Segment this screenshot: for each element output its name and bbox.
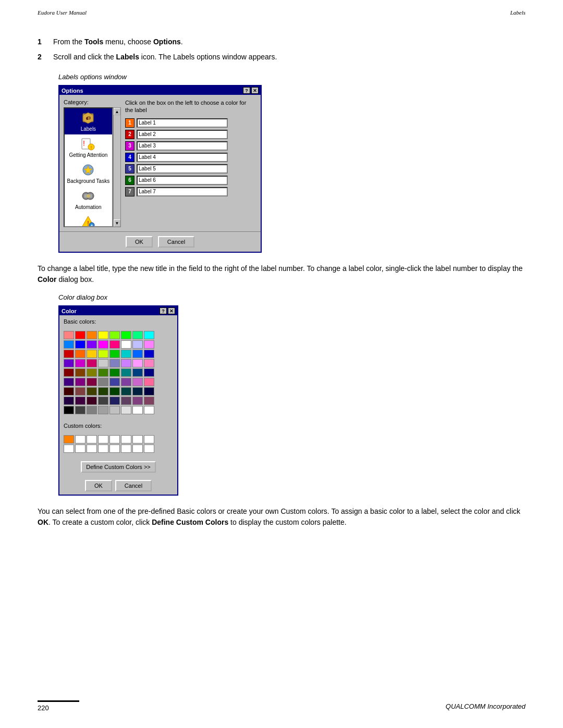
basic-color-51[interactable] [98, 387, 108, 396]
basic-color-56[interactable] [64, 397, 74, 405]
basic-color-41[interactable] [75, 378, 85, 386]
basic-color-0[interactable] [64, 331, 74, 339]
basic-color-42[interactable] [87, 378, 97, 386]
basic-color-48[interactable] [64, 387, 74, 396]
label-1-input[interactable] [137, 118, 228, 128]
custom-color-5[interactable] [121, 435, 131, 443]
basic-color-8[interactable] [64, 340, 74, 349]
basic-color-54[interactable] [132, 387, 143, 396]
basic-color-33[interactable] [75, 368, 85, 377]
basic-color-32[interactable] [64, 368, 74, 377]
basic-color-44[interactable] [109, 378, 120, 386]
color-close-button[interactable]: ✕ [168, 307, 175, 314]
basic-color-40[interactable] [64, 378, 74, 386]
basic-color-53[interactable] [121, 387, 131, 396]
custom-color-2[interactable] [87, 435, 97, 443]
basic-color-28[interactable] [109, 359, 120, 367]
basic-color-19[interactable] [98, 350, 108, 358]
basic-color-71[interactable] [144, 406, 154, 414]
basic-color-64[interactable] [64, 406, 74, 414]
basic-color-6[interactable] [132, 331, 143, 339]
basic-color-70[interactable] [132, 406, 143, 414]
label-3-input[interactable] [137, 141, 228, 151]
basic-color-23[interactable] [144, 350, 154, 358]
basic-color-38[interactable] [132, 368, 143, 377]
scroll-down-btn[interactable]: ▼ [114, 219, 120, 227]
basic-color-15[interactable] [144, 340, 154, 349]
basic-color-68[interactable] [109, 406, 120, 414]
custom-color-13[interactable] [121, 445, 131, 453]
basic-color-35[interactable] [98, 368, 108, 377]
options-cancel-button[interactable]: Cancel [158, 236, 194, 248]
basic-color-36[interactable] [109, 368, 120, 377]
custom-color-14[interactable] [132, 445, 143, 453]
basic-color-12[interactable] [109, 340, 120, 349]
basic-color-49[interactable] [75, 387, 85, 396]
basic-color-65[interactable] [75, 406, 85, 414]
basic-color-55[interactable] [144, 387, 154, 396]
basic-color-43[interactable] [98, 378, 108, 386]
basic-color-57[interactable] [75, 397, 85, 405]
custom-color-11[interactable] [98, 445, 108, 453]
label-5-color-btn[interactable]: 5 [125, 164, 134, 174]
custom-color-4[interactable] [109, 435, 120, 443]
custom-color-6[interactable] [132, 435, 143, 443]
basic-color-9[interactable] [75, 340, 85, 349]
basic-color-18[interactable] [87, 350, 97, 358]
basic-color-4[interactable] [109, 331, 120, 339]
basic-color-60[interactable] [109, 397, 120, 405]
basic-color-34[interactable] [87, 368, 97, 377]
custom-color-0[interactable] [64, 435, 74, 443]
category-listbox[interactable]: 🏷 Labels ! ! [64, 107, 113, 227]
basic-color-22[interactable] [132, 350, 143, 358]
label-7-color-btn[interactable]: 7 [125, 187, 134, 196]
basic-color-61[interactable] [121, 397, 131, 405]
color-help-button[interactable]: ? [160, 307, 167, 314]
category-scrollbar[interactable]: ▲ ▼ [113, 107, 121, 227]
basic-color-66[interactable] [87, 406, 97, 414]
basic-color-21[interactable] [121, 350, 131, 358]
basic-color-2[interactable] [87, 331, 97, 339]
help-button[interactable]: ? [243, 87, 250, 94]
custom-color-1[interactable] [75, 435, 85, 443]
category-item-automation[interactable]: ⚙ Automation [65, 187, 112, 213]
custom-color-7[interactable] [144, 435, 154, 443]
basic-color-67[interactable] [98, 406, 108, 414]
basic-color-63[interactable] [144, 397, 154, 405]
basic-color-14[interactable] [132, 340, 143, 349]
basic-color-45[interactable] [121, 378, 131, 386]
basic-color-31[interactable] [144, 359, 154, 367]
basic-color-52[interactable] [109, 387, 120, 396]
custom-color-8[interactable] [64, 445, 74, 453]
label-3-color-btn[interactable]: 3 [125, 141, 134, 151]
category-item-extra-warnings[interactable]: ! + Extra Warnings [65, 213, 112, 227]
basic-color-11[interactable] [98, 340, 108, 349]
label-6-input[interactable] [137, 176, 228, 185]
basic-color-46[interactable] [132, 378, 143, 386]
basic-color-62[interactable] [132, 397, 143, 405]
basic-color-20[interactable] [109, 350, 120, 358]
label-6-color-btn[interactable]: 6 [125, 176, 134, 185]
custom-color-12[interactable] [109, 445, 120, 453]
basic-color-3[interactable] [98, 331, 108, 339]
basic-color-10[interactable] [87, 340, 97, 349]
basic-color-26[interactable] [87, 359, 97, 367]
basic-color-59[interactable] [98, 397, 108, 405]
basic-color-13[interactable] [121, 340, 131, 349]
define-custom-colors-button[interactable]: Define Custom Colors >> [81, 461, 156, 473]
custom-color-9[interactable] [75, 445, 85, 453]
label-5-input[interactable] [137, 164, 228, 174]
basic-color-16[interactable] [64, 350, 74, 358]
label-2-color-btn[interactable]: 2 [125, 130, 134, 139]
basic-color-37[interactable] [121, 368, 131, 377]
scroll-up-btn[interactable]: ▲ [114, 108, 120, 115]
basic-color-5[interactable] [121, 331, 131, 339]
basic-color-24[interactable] [64, 359, 74, 367]
basic-color-25[interactable] [75, 359, 85, 367]
category-item-labels[interactable]: 🏷 Labels [65, 108, 112, 134]
category-item-getting-attention[interactable]: ! ! Getting Attention [65, 134, 112, 161]
label-4-color-btn[interactable]: 4 [125, 153, 134, 162]
basic-color-29[interactable] [121, 359, 131, 367]
custom-color-15[interactable] [144, 445, 154, 453]
basic-color-1[interactable] [75, 331, 85, 339]
